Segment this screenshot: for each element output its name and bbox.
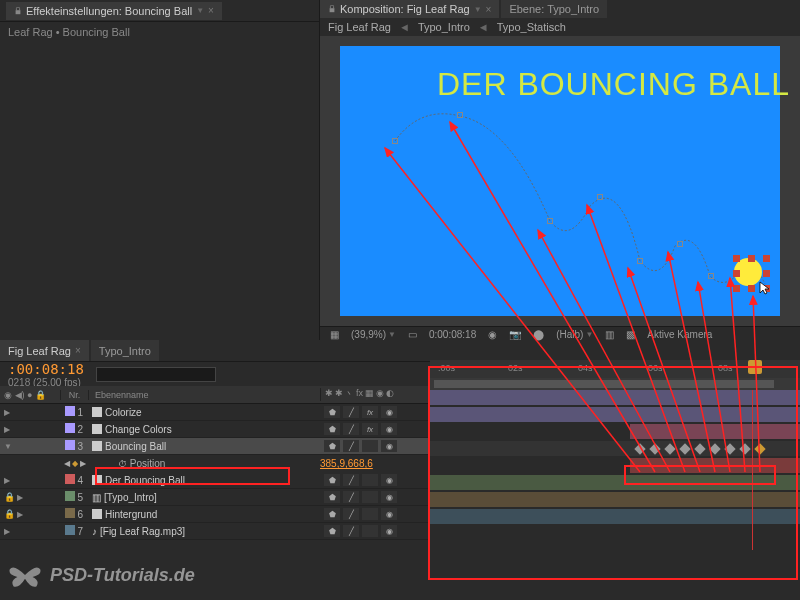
layer-row[interactable]: ▶ 7 ♪ [Fig Leaf Rag.mp3] ⬟ ╱ ◉ [0,523,430,540]
layer-bar[interactable] [430,509,800,524]
stopwatch-icon[interactable]: ⏱ [118,459,127,469]
fx-switch[interactable]: fx [362,406,378,418]
mode-switch[interactable]: ⬟ [324,491,340,503]
layer-color-swatch[interactable]: 5 [60,491,88,503]
layer-name[interactable]: Hintergrund [88,509,320,520]
layer-color-swatch[interactable]: 6 [60,508,88,520]
mode-switch[interactable]: ╱ [343,508,359,520]
layer-name[interactable]: Change Colors [88,424,320,435]
dropdown-icon[interactable]: ▼ [196,6,204,15]
transform-handle[interactable] [763,285,770,292]
mode-switch[interactable]: ⬟ [324,406,340,418]
twirl-icon[interactable]: ▶ [17,510,27,519]
view-icon[interactable]: ▥ [601,327,618,342]
breadcrumb-item[interactable]: Typo_Intro [418,21,470,33]
keyframe-icon[interactable] [679,443,690,454]
layer-row[interactable]: 🔒 ▶ 6 Hintergrund ⬟ ╱ ◉ [0,506,430,523]
add-keyframe-icon[interactable]: ◆ [72,459,78,468]
motion-keyframe[interactable] [708,273,714,279]
mode-switch[interactable]: ╱ [343,491,359,503]
keyframe-icon[interactable] [724,443,735,454]
layer-row[interactable]: ▶ 4 Der Bouncing Ball ⬟ ╱ ◉ [0,472,430,489]
keyframe-icon[interactable] [754,443,765,454]
layer-row[interactable]: 🔒 ▶ 5 ▥ [Typo_Intro] ⬟ ╱ ◉ [0,489,430,506]
motion-blur-switch[interactable]: ◉ [381,508,397,520]
motion-keyframe[interactable] [547,218,553,224]
motion-blur-switch[interactable]: ◉ [381,474,397,486]
close-icon[interactable]: × [75,345,81,356]
twirl-icon[interactable]: ▶ [4,408,14,417]
layer-row[interactable]: ▼ 3 Bouncing Ball ⬟ ╱ ◉ [0,438,430,455]
motion-blur-switch[interactable]: ◉ [381,491,397,503]
camera-icon[interactable]: ◉ [484,327,501,342]
transform-handle[interactable] [733,270,740,277]
transparency-grid-icon[interactable]: ▩ [622,327,639,342]
composition-canvas[interactable]: DER BOUNCING BALL [340,46,780,316]
layer-name[interactable]: Bouncing Ball [88,441,320,452]
playhead-marker[interactable] [748,360,762,374]
keyframe-icon[interactable] [634,443,645,454]
motion-blur-switch[interactable]: ◉ [381,525,397,537]
mode-switch[interactable]: ⬟ [324,474,340,486]
grid-toggle[interactable]: ▦ [326,327,343,342]
playhead-line[interactable] [752,390,753,550]
layer-color-swatch[interactable]: 7 [60,525,88,537]
active-camera[interactable]: Aktive Kamera [643,327,716,342]
search-input[interactable] [96,367,216,382]
close-icon[interactable]: × [486,4,492,15]
lock-icon[interactable]: 🔒 [4,509,15,519]
layer-bar[interactable] [430,475,800,490]
mode-switch[interactable]: ╱ [343,474,359,486]
mode-switch[interactable]: ⬟ [324,525,340,537]
page-icon[interactable]: ▭ [404,327,421,342]
timeline-tab[interactable]: Fig Leaf Rag × [0,340,89,361]
breadcrumb-item[interactable]: Typo_Statisch [497,21,566,33]
layer-row[interactable]: ▶ 2 Change Colors ⬟ ╱ fx ◉ [0,421,430,438]
mode-switch[interactable]: ⬟ [324,440,340,452]
keyframe-icon[interactable] [649,443,660,454]
zoom-level[interactable]: (39,9%)▼ [347,327,400,342]
work-area-bar[interactable] [434,380,774,388]
motion-keyframe[interactable] [457,112,463,118]
snapshot-icon[interactable]: 📷 [505,327,525,342]
timeline-tracks[interactable]: :00s 02s 04s 06s 08s [430,360,800,600]
layer-bar[interactable] [430,407,800,422]
mode-switch[interactable]: ⬟ [324,423,340,435]
current-time[interactable]: :00:08:18 [8,361,84,377]
mode-switch[interactable]: ╱ [343,525,359,537]
layer-color-swatch[interactable]: 1 [60,406,88,418]
breadcrumb-item[interactable]: Fig Leaf Rag [328,21,391,33]
twirl-icon[interactable]: ▶ [17,493,27,502]
motion-keyframe[interactable] [637,258,643,264]
transform-handle[interactable] [763,270,770,277]
layer-tab[interactable]: Ebene: Typo_Intro [501,0,607,18]
layer-name[interactable]: Der Bouncing Ball [88,475,320,486]
keyframe-icon[interactable] [694,443,705,454]
property-name[interactable]: ⏱ Position [90,458,320,469]
transform-handle[interactable] [733,255,740,262]
layer-color-swatch[interactable]: 3 [60,440,88,452]
timecode[interactable]: 0:00:08:18 [425,327,480,342]
channel-icon[interactable]: ⬤ [529,327,548,342]
twirl-icon[interactable]: ▼ [4,442,14,451]
layer-color-swatch[interactable]: 4 [60,474,88,486]
transform-handle[interactable] [748,285,755,292]
keyframe-icon[interactable] [664,443,675,454]
motion-keyframe[interactable] [597,194,603,200]
layer-bar[interactable] [630,424,800,439]
property-row[interactable]: ◀ ◆ ▶ ⏱ Position 385,9,668,6 [0,455,430,472]
motion-blur-switch[interactable]: ◉ [381,440,397,452]
keyframe-icon[interactable] [739,443,750,454]
motion-keyframe[interactable] [677,241,683,247]
effects-tab[interactable]: Effekteinstellungen: Bouncing Ball ▼ × [6,2,222,20]
mode-switch[interactable]: ╱ [343,406,359,418]
layer-color-swatch[interactable]: 2 [60,423,88,435]
layer-name[interactable]: ♪ [Fig Leaf Rag.mp3] [88,526,320,537]
next-keyframe-icon[interactable]: ▶ [80,459,86,468]
close-icon[interactable]: × [208,5,214,16]
motion-blur-switch[interactable]: ◉ [381,423,397,435]
mode-switch[interactable]: ╱ [343,423,359,435]
layer-bar[interactable] [430,390,800,405]
layer-name[interactable]: Colorize [88,407,320,418]
twirl-icon[interactable]: ▶ [4,527,14,536]
